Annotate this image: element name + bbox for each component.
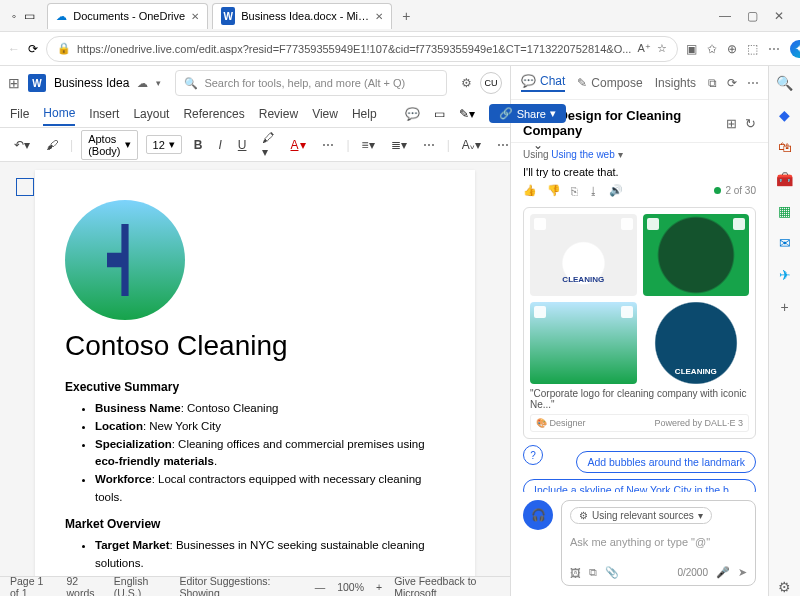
generated-image-2[interactable]: [643, 214, 750, 296]
favorite-icon[interactable]: ☆: [657, 42, 667, 55]
collections-icon[interactable]: ⊕: [727, 42, 737, 56]
favorites-icon[interactable]: ✩: [707, 42, 717, 56]
cloud-saved-icon[interactable]: ☁: [137, 77, 148, 90]
copilot-conversation[interactable]: Using Using the web ▾ I'll try to create…: [511, 143, 768, 492]
share-button[interactable]: 🔗 Share ▾: [489, 104, 566, 123]
reader-icon[interactable]: A⁺: [637, 42, 650, 55]
catchup-icon[interactable]: ▭: [434, 107, 445, 121]
expand-icon[interactable]: [534, 306, 546, 318]
close-icon[interactable]: ✕: [191, 11, 199, 22]
tab-layout[interactable]: Layout: [133, 103, 169, 125]
tab-file[interactable]: File: [10, 103, 29, 125]
suggestion-help-icon[interactable]: ?: [523, 445, 543, 465]
zoom-in-button[interactable]: +: [376, 581, 382, 593]
extensions-icon[interactable]: ▣: [686, 42, 697, 56]
italic-button[interactable]: I: [214, 136, 225, 154]
history-icon[interactable]: ↻: [745, 116, 756, 131]
company-logo-image[interactable]: [65, 200, 185, 320]
word-count[interactable]: 92 words: [67, 575, 102, 597]
numbering-button[interactable]: ≣▾: [387, 136, 411, 154]
export-icon[interactable]: ⭳: [588, 185, 599, 197]
options-icon[interactable]: [733, 218, 745, 230]
page-count[interactable]: Page 1 of 1: [10, 575, 55, 597]
more-para-button[interactable]: ⋯: [419, 136, 439, 154]
collections-icon[interactable]: ▭: [24, 9, 35, 23]
list-item[interactable]: Specialization: Cleaning offices and com…: [95, 436, 445, 472]
downloads-icon[interactable]: ⬚: [747, 42, 758, 56]
editor-status[interactable]: Editor Suggestions: Showing: [179, 575, 290, 597]
tab-home[interactable]: Home: [43, 102, 75, 126]
navigation-pane-icon[interactable]: [16, 178, 34, 196]
tab-references[interactable]: References: [183, 103, 244, 125]
tools-icon[interactable]: 🧰: [776, 170, 794, 188]
back-icon[interactable]: ←: [8, 42, 20, 56]
refresh-icon[interactable]: ⟳: [28, 42, 38, 56]
plugins-icon[interactable]: ⊞: [726, 116, 737, 131]
url-input[interactable]: 🔒 https://onedrive.live.com/edit.aspx?re…: [46, 36, 678, 62]
generated-image-1[interactable]: [530, 214, 637, 296]
sources-pill[interactable]: ⚙ Using relevant sources ▾: [570, 507, 712, 524]
settings-icon[interactable]: ⚙: [461, 76, 472, 90]
document-canvas[interactable]: Contoso Cleaning Executive Summary Busin…: [0, 162, 510, 576]
page-title[interactable]: Contoso Cleaning: [65, 330, 445, 362]
copilot-tab-chat[interactable]: 💬 Chat: [521, 74, 565, 92]
mic-icon[interactable]: 🎤: [716, 566, 730, 579]
font-family-select[interactable]: Aptos (Body) ▾: [81, 130, 137, 160]
expand-icon[interactable]: [647, 306, 659, 318]
suggestion-chip[interactable]: Add bubbles around the landmark: [576, 451, 756, 473]
font-size-select[interactable]: 12 ▾: [146, 135, 182, 154]
format-painter-button[interactable]: 🖌: [42, 136, 62, 154]
list-item[interactable]: Location: New York City: [95, 418, 445, 436]
close-icon[interactable]: ✕: [375, 11, 383, 22]
highlight-button[interactable]: 🖍▾: [258, 129, 278, 161]
suggestion-chip[interactable]: Include a skyline of New York City in th…: [523, 479, 756, 492]
browser-tab-onedrive[interactable]: ☁ Documents - OneDrive ✕: [47, 3, 208, 29]
language[interactable]: English (U.S.): [114, 575, 168, 597]
bold-button[interactable]: B: [190, 136, 207, 154]
styles-button[interactable]: Aᵥ▾: [458, 136, 485, 154]
feedback-link[interactable]: Give Feedback to Microsoft: [394, 575, 500, 597]
copy-icon[interactable]: ⎘: [571, 185, 578, 197]
attach-file-icon[interactable]: 📎: [605, 566, 619, 579]
font-color-button[interactable]: A▾: [286, 136, 310, 154]
more-button[interactable]: ⋯: [493, 136, 513, 154]
zoom-level[interactable]: 100%: [337, 581, 364, 593]
ribbon-toggle-icon[interactable]: ⌄: [529, 136, 547, 154]
drop-icon[interactable]: ✈: [776, 266, 794, 284]
close-window-icon[interactable]: ✕: [774, 9, 784, 23]
copilot-tab-insights[interactable]: Insights: [655, 76, 696, 90]
tab-view[interactable]: View: [312, 103, 338, 125]
list-item[interactable]: Competitive Edge: Eco-friendly approach …: [95, 573, 445, 577]
bullets-button[interactable]: ≡▾: [358, 136, 379, 154]
zoom-out-button[interactable]: —: [315, 581, 326, 593]
options-icon[interactable]: [621, 306, 633, 318]
expand-icon[interactable]: [647, 218, 659, 230]
generated-image-3[interactable]: [530, 302, 637, 384]
undo-button[interactable]: ↶▾: [10, 136, 34, 154]
minimize-icon[interactable]: —: [719, 9, 731, 23]
avatar[interactable]: CU: [480, 72, 502, 94]
list-item[interactable]: Workforce: Local contractors equipped wi…: [95, 471, 445, 507]
editing-mode-icon[interactable]: ✎▾: [459, 107, 475, 121]
new-tab-button[interactable]: +: [392, 8, 420, 24]
copilot-input[interactable]: ⚙ Using relevant sources ▾ Ask me anythi…: [561, 500, 756, 586]
attach-image-icon[interactable]: 🖼: [570, 567, 581, 579]
games-icon[interactable]: ▦: [776, 202, 794, 220]
comments-icon[interactable]: 💬: [405, 107, 420, 121]
settings-rail-icon[interactable]: ⚙: [776, 578, 794, 596]
list-item[interactable]: Business Name: Contoso Cleaning: [95, 400, 445, 418]
tab-insert[interactable]: Insert: [89, 103, 119, 125]
designer-label[interactable]: 🎨 Designer: [536, 418, 586, 428]
options-icon[interactable]: [621, 218, 633, 230]
tab-review[interactable]: Review: [259, 103, 298, 125]
app-launcher-icon[interactable]: ⊞: [8, 75, 20, 91]
maximize-icon[interactable]: ▢: [747, 9, 758, 23]
search-rail-icon[interactable]: 🔍: [776, 74, 794, 92]
copilot-icon[interactable]: ✦: [790, 40, 800, 58]
open-new-icon[interactable]: ⧉: [708, 76, 717, 90]
heading-exec[interactable]: Executive Summary: [65, 380, 445, 394]
list-item[interactable]: Target Market: Businesses in NYC seeking…: [95, 537, 445, 573]
heading-market[interactable]: Market Overview: [65, 517, 445, 531]
dislike-icon[interactable]: 👎: [547, 184, 561, 197]
like-icon[interactable]: 👍: [523, 184, 537, 197]
